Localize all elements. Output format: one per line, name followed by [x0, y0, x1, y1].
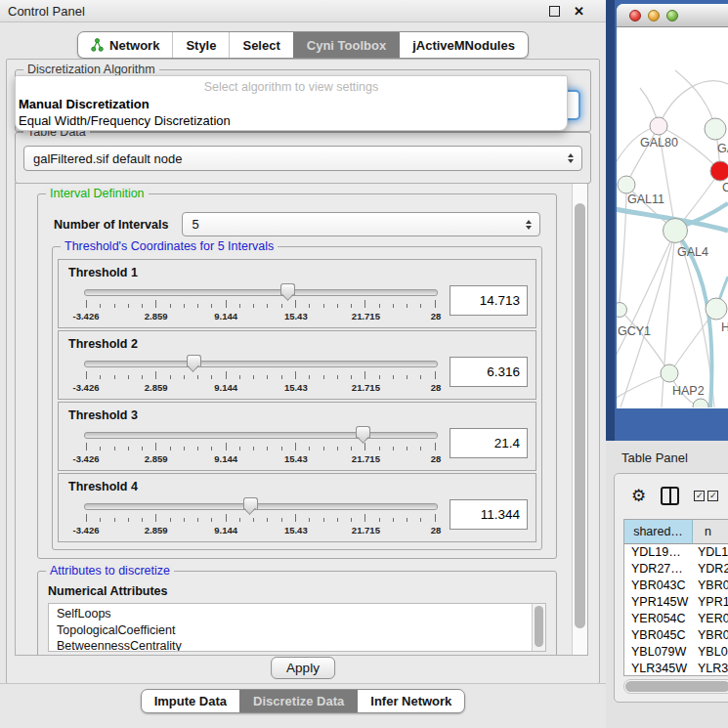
cell-shared-name[interactable]: YBL079W [624, 644, 693, 661]
cell-name[interactable]: YBR0 [693, 627, 728, 644]
discretization-algorithm-title: Discretization Algorithm [23, 63, 159, 76]
table-row[interactable]: YBR043CYBR0 [624, 578, 728, 594]
threshold-value-field[interactable]: 14.713 [450, 285, 528, 316]
cell-name[interactable]: YBR0 [693, 578, 728, 594]
tab-select[interactable]: Select [229, 32, 292, 58]
tab-jactivemnodules[interactable]: jActiveMNodules [399, 32, 528, 58]
cell-name[interactable]: YBL0 [693, 644, 728, 661]
window-title: Control Panel [8, 4, 85, 19]
network-node-gal4[interactable] [664, 219, 688, 243]
node-label: GAL80 [640, 136, 678, 150]
cell-shared-name[interactable]: YBR045C [624, 627, 693, 644]
number-of-intervals-row: Number of Intervals 5 [54, 212, 540, 236]
checkbox-icon[interactable]: ✓ [694, 491, 705, 501]
settings-vertical-scrollbar[interactable] [572, 184, 587, 655]
attributes-group: Attributes to discretize Numerical Attri… [37, 571, 557, 655]
attributes-list-scrollbar[interactable] [532, 604, 545, 651]
cell-name[interactable]: YPR1 [693, 594, 728, 611]
slider-ticks [86, 514, 436, 522]
scrollbar-thumb[interactable] [575, 203, 585, 628]
table-row[interactable]: YLR345WYLR3 [624, 661, 728, 676]
table-rows: YDL19…YDL1YDR27…YDR2YBR043CYBR0YPR145WYP… [624, 544, 728, 676]
table-row[interactable]: YER054CYER0 [624, 611, 728, 627]
table-row[interactable]: YPR145WYPR1 [624, 594, 728, 611]
network-node-h[interactable] [706, 298, 727, 320]
number-of-intervals-combobox[interactable]: 5 [182, 212, 540, 236]
attribute-item[interactable]: SelfLoops [57, 606, 530, 622]
control-panel-window: Control Panel ✕ Network Styl [0, 0, 606, 728]
cell-name[interactable]: YER0 [693, 611, 728, 627]
attribute-item[interactable]: TopologicalCoefficient [57, 622, 530, 639]
control-panel-titlebar: Control Panel ✕ [0, 0, 606, 22]
threshold-label: Threshold 3 [68, 408, 528, 422]
tab-network[interactable]: Network [78, 32, 172, 58]
threshold-value-field[interactable]: 6.316 [450, 357, 528, 387]
node-label: HAP2 [672, 384, 705, 398]
dropdown-hint: Select algorithm to view settings [16, 79, 567, 96]
column-header-name[interactable]: n [693, 520, 728, 544]
threshold-value-field[interactable]: 21.4 [450, 428, 528, 458]
gear-icon[interactable]: ⚙ [631, 488, 646, 504]
network-node-ga[interactable] [705, 118, 726, 140]
cell-name[interactable]: YLR3 [693, 661, 728, 676]
slider-track[interactable] [84, 432, 438, 439]
attribute-item[interactable]: BetweennessCentrality [57, 638, 530, 652]
threshold-slider[interactable]: -3.4262.8599.14415.4321.71528 [84, 282, 438, 323]
table-panel: Table Panel ⚙ ✓ ✓ shared… n YDL19…YDL1YD… [606, 441, 728, 728]
network-node-hap2[interactable] [661, 364, 678, 382]
tab-discretize-data[interactable]: Discretize Data [239, 690, 357, 712]
tab-infer-network[interactable]: Infer Network [357, 690, 464, 712]
node-label: C [722, 181, 728, 194]
zoom-traffic-light-icon[interactable] [666, 10, 678, 21]
table-horizontal-scrollbar[interactable] [623, 679, 728, 694]
apply-button[interactable]: Apply [271, 657, 335, 679]
tab-style-label: Style [186, 38, 216, 53]
network-canvas[interactable]: GAL80GACGAL11GAL4GCY1HHAP2 [617, 27, 728, 407]
threshold-value-field[interactable]: 11.344 [450, 499, 528, 530]
minimize-traffic-light-icon[interactable] [648, 10, 660, 21]
network-node-gal11[interactable] [618, 176, 635, 193]
threshold-slider[interactable]: -3.4262.8599.14415.4321.71528 [84, 425, 438, 466]
slider-track[interactable] [84, 503, 438, 510]
cell-shared-name[interactable]: YER054C [624, 611, 693, 627]
window-shadow [606, 0, 615, 441]
scrollbar-thumb[interactable] [535, 606, 543, 647]
column-header-shared-name[interactable]: shared… [624, 520, 693, 544]
slider-track[interactable] [84, 289, 438, 296]
network-node-c[interactable] [710, 161, 728, 181]
cell-shared-name[interactable]: YPR145W [624, 594, 693, 611]
cell-shared-name[interactable]: YLR345W [624, 661, 693, 676]
threshold-slider[interactable]: -3.4262.8599.14415.4321.71528 [84, 496, 438, 537]
node-label: GAL4 [677, 245, 708, 259]
tab-style[interactable]: Style [172, 32, 229, 58]
table-row[interactable]: YDR27…YDR2 [624, 561, 728, 578]
table-panel-body: ⚙ ✓ ✓ shared… n YDL19…YDL1YDR27…YDR2YBR0… [614, 473, 728, 703]
scrollbar-thumb[interactable] [625, 681, 728, 692]
table-data-combobox[interactable]: galFiltered.sif default node [23, 146, 582, 171]
float-window-icon[interactable] [549, 6, 560, 17]
screen: Control Panel ✕ Network Styl [0, 0, 728, 728]
cell-shared-name[interactable]: YDL19… [624, 544, 693, 561]
tab-select-label: Select [242, 38, 279, 53]
tab-impute-data[interactable]: Impute Data [142, 690, 239, 712]
combo-spinner-icon [568, 153, 574, 163]
dropdown-option-equal-width-frequency[interactable]: Equal Width/Frequency Discretization [16, 112, 567, 129]
close-traffic-light-icon[interactable] [629, 10, 641, 21]
cell-name[interactable]: YDR2 [693, 561, 728, 578]
dropdown-option-manual-discretization[interactable]: Manual Discretization [16, 96, 567, 112]
cell-name[interactable]: YDL1 [693, 544, 728, 561]
table-row[interactable]: YBL079WYBL0 [624, 644, 728, 661]
threshold-slider[interactable]: -3.4262.8599.14415.4321.71528 [84, 354, 438, 395]
columns-icon[interactable] [661, 487, 679, 505]
cell-shared-name[interactable]: YBR043C [624, 578, 693, 594]
network-node-gal80[interactable] [650, 117, 667, 135]
tab-cyni-toolbox[interactable]: Cyni Toolbox [293, 32, 399, 58]
table-row[interactable]: YDL19…YDL1 [624, 544, 728, 561]
table-row[interactable]: YBR045CYBR0 [624, 627, 728, 644]
network-node-gcy1[interactable] [617, 303, 627, 318]
cell-shared-name[interactable]: YDR27… [624, 561, 693, 578]
slider-track[interactable] [84, 361, 438, 367]
network-node[interactable] [693, 399, 708, 407]
checkbox-icon[interactable]: ✓ [707, 491, 718, 501]
close-icon[interactable]: ✕ [574, 4, 584, 19]
